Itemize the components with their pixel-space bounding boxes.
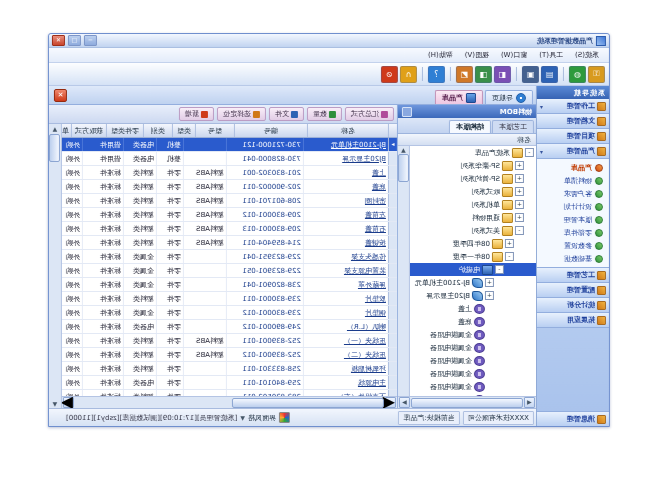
sidebar-item-参数设置[interactable]: 参数设置 [537,239,609,252]
skin-caret-icon[interactable]: ▼ [240,414,245,421]
expand-box-icon[interactable]: + [515,200,524,209]
sidebar-group-工艺管理[interactable]: 工艺管理 [537,268,609,283]
expand-box-icon[interactable]: + [515,213,524,222]
grid-hscroll-thumb[interactable] [232,398,384,408]
expand-box-icon[interactable]: + [485,291,494,300]
table-row[interactable]: 屏蔽外罩238-820901-041零件金属类标准件外购条 [62,278,397,292]
tab-close-icon[interactable]: ✕ [54,89,67,102]
sidebar-group-工作管理[interactable]: 工作管理▾ [537,99,609,114]
expand-box-icon[interactable]: + [515,174,524,183]
tree-node-金属膜电阻器[interactable]: 金属膜电阻器 [410,341,536,354]
table-row[interactable]: 底盖202-900002-011塑料ABS零件塑料类标准件外购条 [62,180,397,194]
maximize-button[interactable]: □ [68,35,81,46]
table-row[interactable]: 主电源线259-840101-011零件电器类标准件外购条 [62,376,397,390]
expand-box-icon[interactable]: - [495,265,504,274]
tree-node-SP-豪华系列[interactable]: +SP-豪华系列 [410,159,536,172]
table-row[interactable]: ▸BJ-2100主机单元730-721000-121整机电器类借用件外购套 [62,138,397,152]
expand-box-icon[interactable]: + [515,187,524,196]
expand-box-icon[interactable]: - [515,226,524,235]
tree-node-底盖[interactable]: 底盖 [410,315,536,328]
column-header-类型[interactable]: 类型 [172,124,195,137]
tree-node-上盖[interactable]: 上盖 [410,302,536,315]
button-数量[interactable]: 数量 [307,107,342,121]
tree-node-美式系列[interactable]: -美式系列 [410,224,536,237]
grid-vertical-scrollbar[interactable]: ▲ ▼ [49,124,62,408]
close-button[interactable]: ✕ [52,35,65,46]
sidebar-group-拓展应用[interactable]: 拓展应用 [537,313,609,328]
tree-node-金属膜电阻器[interactable]: 金属膜电阻器 [410,328,536,341]
picture2-icon[interactable]: ◨ [475,66,492,83]
menu-item[interactable]: 系统(S) [569,49,605,61]
scroll-up-icon[interactable]: ▲ [401,146,406,153]
version-tab-结构版本[interactable]: 结构版本 [449,120,491,133]
sidebar-item-基础数据[interactable]: 基础数据 [537,252,609,265]
scroll-left-icon[interactable]: ◀ [385,397,396,408]
tree-node-通用物料[interactable]: +通用物料 [410,211,536,224]
tree-node-电磁炉[interactable]: -电磁炉 [410,263,536,276]
tree-node-BJ-2100主机单元[interactable]: +BJ-2100主机单元 [410,276,536,289]
tree-node-BJ20主显示屏[interactable]: +BJ20主显示屏 [410,289,536,302]
table-row[interactable]: 按键盖214-859404-011塑料ABS零件塑料类标准件外购条 [62,236,397,250]
tree-node-金属膜电阻器[interactable]: 金属膜电阻器 [410,354,536,367]
expand-box-icon[interactable]: - [525,148,534,157]
scroll-right-icon[interactable]: ▶ [63,397,74,408]
tree-node-系统产品库[interactable]: -系统产品库 [410,146,536,159]
table-row[interactable]: 密封圈208-601701-011塑料ABS零件塑料类标准件外购条 [62,194,397,208]
tree-scroll-thumb[interactable] [398,154,409,182]
tree-node-08年一季度[interactable]: -08年一季度 [410,250,536,263]
expand-box-icon[interactable]: + [485,278,494,287]
sidebar-group-统计分析[interactable]: 统计分析 [537,298,609,313]
tree-node-SP-简约系列[interactable]: +SP-简约系列 [410,172,536,185]
sidebar-item-messages[interactable]: 消息管理 [537,411,609,426]
scroll-up-icon[interactable]: ▲ [53,125,58,132]
globe-icon[interactable]: ◍ [569,66,586,83]
minimize-button[interactable]: ─ [84,35,97,46]
expand-box-icon[interactable]: + [515,161,524,170]
key-icon[interactable]: ⚿ [588,66,605,83]
picture1-icon[interactable]: ◧ [494,66,511,83]
table-row[interactable]: 铜垫片239-830001-012零件金属类标准件外购条 [62,306,397,320]
pin-icon[interactable] [402,107,412,117]
column-header-编号[interactable]: 编号 [234,124,307,137]
scroll-down-icon[interactable]: ▼ [53,400,58,407]
resize-grip[interactable] [51,416,61,426]
tree-node-单机系列[interactable]: +单机系列 [410,198,536,211]
table-row[interactable]: 喇叭（L.R）249-890001-012零件电器类标准件外购条 [62,320,397,334]
sidebar-item-客户需求[interactable]: 客户需求 [537,187,609,200]
book-icon[interactable]: ▤ [541,66,558,83]
title-bar[interactable]: 产品数据管理系统 ─ □ ✕ [49,34,609,48]
sidebar-group-配置管理[interactable]: 配置管理 [537,283,609,298]
menu-item[interactable]: 视图(V) [459,49,495,61]
column-header-类别[interactable]: 类别 [143,124,172,137]
table-row[interactable]: 右前盖209-830001-013塑料ABS零件塑料类标准件外购条 [62,222,397,236]
tree-node-08年四季度[interactable]: +08年四季度 [410,237,536,250]
skin-palette-icon[interactable] [279,412,290,423]
grid-scroll-thumb[interactable] [50,134,61,162]
table-row[interactable]: 压线夹（一）252-839001-011塑料ABS零件塑料类标准件外购条 [62,334,397,348]
table-row[interactable]: 胶垫片239-830001-011零件塑料类标准件外购条 [62,292,397,306]
table-row[interactable]: 压线夹（二）252-839001-012塑料ABS零件塑料类标准件外购条 [62,348,397,362]
button-新增[interactable]: 新增 [179,107,214,121]
column-header-型号[interactable]: 型号 [195,124,234,137]
expand-box-icon[interactable]: + [505,239,514,248]
stop-icon[interactable]: ⊘ [381,66,398,83]
tree-hscroll-thumb[interactable] [411,398,523,408]
button-汇总方式[interactable]: 汇总方式 [345,107,394,121]
version-tab-工艺版本[interactable]: 工艺版本 [492,120,534,133]
sidebar-group-项目管理[interactable]: 项目管理 [537,129,609,144]
tree-node-金属膜电阻器[interactable]: 金属膜电阻器 [410,380,536,393]
menu-item[interactable]: 工具(T) [533,49,569,61]
help-icon[interactable]: ? [428,66,445,83]
tree-node-欧式系列[interactable]: +欧式系列 [410,185,536,198]
column-header-名称[interactable]: 名称 [307,124,388,137]
table-row[interactable]: 上盖201-830302-001塑料ABS零件塑料类标准件外购条 [62,166,397,180]
tree-node-金属膜电阻器[interactable]: 金属膜电阻器 [410,367,536,380]
button-文件[interactable]: 文件 [269,107,304,121]
monitor-icon[interactable]: ▣ [522,66,539,83]
skin-label[interactable]: 界面风格 [248,413,276,423]
tree-node-金属膜电阻器[interactable]: 金属膜电阻器 [410,393,536,396]
column-header-获取方式[interactable]: 获取方式 [71,124,106,137]
menu-item[interactable]: 窗口(W) [495,49,533,61]
table-row[interactable]: 装置电源支架229-823901-051零件金属类标准件外购条 [62,264,397,278]
column-header-单位[interactable]: 单位 [62,124,71,137]
